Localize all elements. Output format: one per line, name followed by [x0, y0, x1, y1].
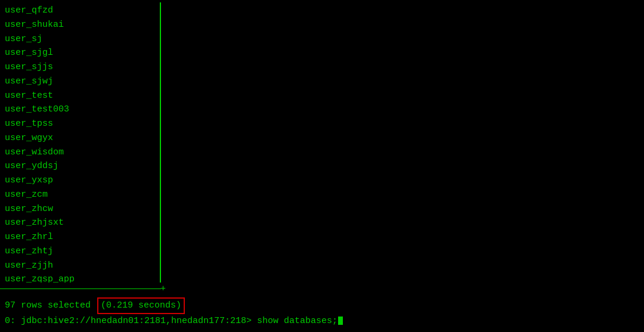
cursor — [338, 317, 343, 325]
db-list-item: user_zcm — [0, 188, 160, 202]
divider-row: + — [0, 283, 644, 295]
rows-selected-text: 97 rows selected — [5, 299, 91, 313]
db-list-item: user_sjgl — [0, 46, 160, 60]
divider-line — [0, 288, 161, 289]
db-list-item: user_zjjh — [0, 259, 160, 273]
prompt-text: 0: jdbc:hive2://hnedadn01:2181,hnedadn17… — [5, 316, 338, 326]
terminal-content: user_qfzduser_shukaiuser_sjuser_sjgluser… — [0, 2, 644, 283]
db-list-item: user_zhjsxt — [0, 216, 160, 230]
right-panel — [161, 2, 644, 283]
db-list-item: user_zhcw — [0, 202, 160, 216]
db-list-item: user_yddsj — [0, 159, 160, 173]
status-row: 97 rows selected (0.219 seconds) — [5, 297, 639, 314]
bottom-bar: 97 rows selected (0.219 seconds) 0: jdbc… — [0, 295, 644, 330]
db-list-item: user_wgyx — [0, 131, 160, 145]
db-list-item: user_zhtj — [0, 244, 160, 259]
db-list-item: user_wisdom — [0, 145, 160, 160]
terminal-window: user_qfzduser_shukaiuser_sjuser_sjgluser… — [0, 0, 644, 332]
prompt-row[interactable]: 0: jdbc:hive2://hnedadn01:2181,hnedadn17… — [5, 314, 639, 328]
db-list-item: user_sjjs — [0, 60, 160, 75]
db-list-item: user_shukai — [0, 18, 160, 32]
db-list-item: user_zqsp_app — [0, 272, 160, 283]
db-list-item: user_test003 — [0, 103, 160, 117]
db-list-item: user_tpss — [0, 117, 160, 131]
db-list-item: user_zhrl — [0, 230, 160, 244]
db-list-item: user_yxsp — [0, 173, 160, 188]
time-highlight: (0.219 seconds) — [97, 297, 185, 314]
database-list-panel: user_qfzduser_shukaiuser_sjuser_sjgluser… — [0, 2, 161, 283]
db-list-item: user_qfzd — [0, 4, 160, 18]
divider-plus: + — [160, 284, 166, 294]
db-list-item: user_test — [0, 89, 160, 103]
db-list-item: user_sjwj — [0, 75, 160, 89]
db-list-item: user_sj — [0, 32, 160, 46]
